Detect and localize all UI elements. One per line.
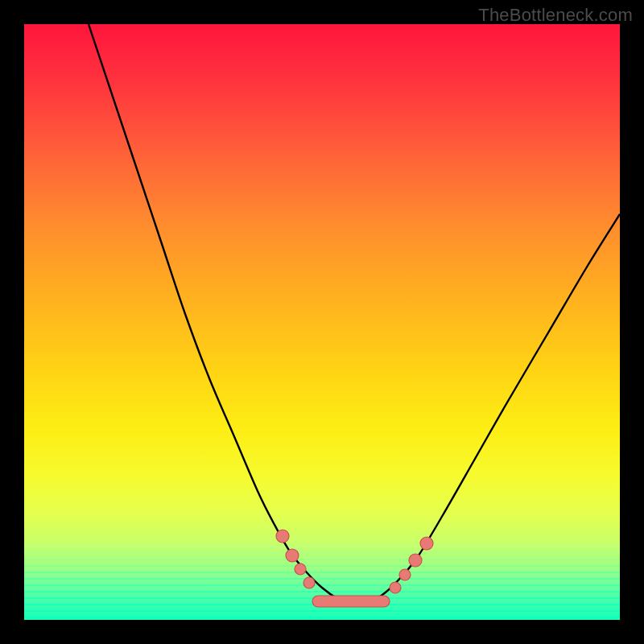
outer-frame: TheBottleneck.com [0,0,644,644]
marker-bar [312,596,390,607]
plot-area [24,24,620,620]
bottleneck-curve [89,24,620,605]
marker-bead [303,577,315,588]
marker-bead [276,530,289,543]
marker-bead [295,564,306,575]
watermark-text: TheBottleneck.com [478,5,633,26]
marker-bead [399,569,411,580]
marker-bead [390,582,401,593]
marker-bead [409,554,422,567]
marker-bead [286,549,299,562]
chart-svg [24,24,620,620]
marker-bead [420,537,433,550]
